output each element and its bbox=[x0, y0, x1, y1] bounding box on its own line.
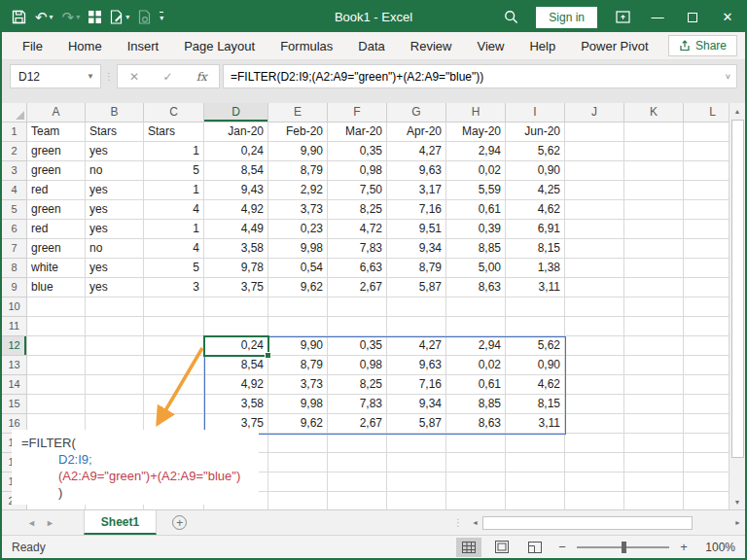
row-header-4[interactable]: 4 bbox=[2, 181, 27, 200]
zoom-level[interactable]: 100% bbox=[698, 541, 735, 554]
cell-K13[interactable] bbox=[624, 356, 684, 375]
cell-K16[interactable] bbox=[624, 414, 684, 434]
cell-I14[interactable]: 4,62 bbox=[506, 375, 565, 395]
cell-D5[interactable]: 4,92 bbox=[204, 200, 268, 220]
cell-K10[interactable] bbox=[624, 298, 684, 317]
cell-G3[interactable]: 9,63 bbox=[387, 161, 446, 181]
cell-F12[interactable]: 0,35 bbox=[328, 336, 387, 356]
sign-in-button[interactable]: Sign in bbox=[536, 7, 597, 28]
cell-C4[interactable]: 1 bbox=[144, 181, 204, 200]
cell-F6[interactable]: 4,72 bbox=[328, 220, 387, 239]
cell-D4[interactable]: 9,43 bbox=[204, 181, 268, 200]
cell-E12[interactable]: 9,90 bbox=[268, 336, 328, 356]
cell-B8[interactable]: yes bbox=[86, 259, 144, 278]
cell-I10[interactable] bbox=[506, 298, 565, 317]
cell-H3[interactable]: 0,02 bbox=[446, 161, 506, 181]
cell-F11[interactable] bbox=[328, 317, 387, 336]
cell-G2[interactable]: 4,27 bbox=[387, 142, 446, 161]
cell-B13[interactable] bbox=[86, 356, 144, 375]
row-header-14[interactable]: 14 bbox=[2, 375, 27, 395]
select-all-corner[interactable] bbox=[2, 103, 27, 122]
cell-D13[interactable]: 8,54 bbox=[204, 356, 268, 375]
cell-K11[interactable] bbox=[624, 317, 684, 336]
cell-L10[interactable] bbox=[684, 298, 729, 317]
maximize-button[interactable] bbox=[675, 2, 710, 32]
cell-L20[interactable] bbox=[684, 492, 729, 509]
column-header-C[interactable]: C bbox=[144, 103, 204, 122]
grid-icon[interactable] bbox=[89, 8, 101, 27]
cell-H2[interactable]: 2,94 bbox=[446, 142, 506, 161]
row-header-5[interactable]: 5 bbox=[2, 200, 27, 220]
cell-G10[interactable] bbox=[387, 298, 446, 317]
cell-L6[interactable] bbox=[684, 220, 729, 239]
cell-H10[interactable] bbox=[446, 298, 506, 317]
cell-H15[interactable]: 8,85 bbox=[446, 395, 506, 414]
cell-D14[interactable]: 4,92 bbox=[204, 375, 268, 395]
cell-D6[interactable]: 4,49 bbox=[204, 220, 268, 239]
cell-E13[interactable]: 8,79 bbox=[268, 356, 328, 375]
cell-K5[interactable] bbox=[624, 200, 684, 220]
name-box[interactable]: D12 ▼ bbox=[10, 64, 101, 88]
cell-I6[interactable]: 6,91 bbox=[506, 220, 565, 239]
row-header-11[interactable]: 11 bbox=[2, 317, 27, 336]
cell-I5[interactable]: 4,62 bbox=[506, 200, 565, 220]
column-header-B[interactable]: B bbox=[86, 103, 144, 122]
cell-F3[interactable]: 0,98 bbox=[328, 161, 387, 181]
cell-C8[interactable]: 5 bbox=[144, 259, 204, 278]
ribbon-tab-formulas[interactable]: Formulas bbox=[267, 34, 345, 58]
cell-A4[interactable]: red bbox=[27, 181, 86, 200]
cell-D1[interactable]: Jan-20 bbox=[204, 122, 268, 142]
cell-J11[interactable] bbox=[565, 317, 624, 336]
cell-H13[interactable]: 0,02 bbox=[446, 356, 506, 375]
cell-I2[interactable]: 5,62 bbox=[506, 142, 565, 161]
zoom-in-button[interactable]: + bbox=[677, 540, 691, 554]
cell-C11[interactable] bbox=[144, 317, 204, 336]
cell-H11[interactable] bbox=[446, 317, 506, 336]
tab-split-grip[interactable]: ⋮ bbox=[447, 517, 468, 528]
cell-B11[interactable] bbox=[86, 317, 144, 336]
cell-F4[interactable]: 7,50 bbox=[328, 181, 387, 200]
cell-L15[interactable] bbox=[684, 395, 729, 414]
cell-I12[interactable]: 5,62 bbox=[506, 336, 565, 356]
cell-L4[interactable] bbox=[684, 181, 729, 200]
formula-bar-grip[interactable]: ⋮ bbox=[101, 64, 117, 88]
cell-D7[interactable]: 3,58 bbox=[204, 239, 268, 259]
cell-I9[interactable]: 3,11 bbox=[506, 278, 565, 298]
cell-I11[interactable] bbox=[506, 317, 565, 336]
column-header-D[interactable]: D bbox=[204, 103, 268, 122]
cell-L3[interactable] bbox=[684, 161, 729, 181]
cell-K18[interactable] bbox=[624, 453, 684, 472]
page-break-preview-icon[interactable] bbox=[522, 538, 548, 557]
cell-H4[interactable]: 5,59 bbox=[446, 181, 506, 200]
cell-F19[interactable] bbox=[328, 472, 387, 492]
cell-B5[interactable]: yes bbox=[86, 200, 144, 220]
scroll-left-icon[interactable]: ◄ bbox=[468, 519, 482, 526]
cell-E3[interactable]: 8,79 bbox=[268, 161, 328, 181]
scroll-up-icon[interactable]: ▲ bbox=[729, 103, 745, 119]
cell-F9[interactable]: 2,67 bbox=[328, 278, 387, 298]
cell-J16[interactable] bbox=[565, 414, 624, 434]
horizontal-scrollbar[interactable]: ◄ ► bbox=[468, 514, 745, 532]
cell-A9[interactable]: blue bbox=[27, 278, 86, 298]
column-header-A[interactable]: A bbox=[27, 103, 86, 122]
ribbon-tab-help[interactable]: Help bbox=[516, 34, 568, 58]
cell-J3[interactable] bbox=[565, 161, 624, 181]
ribbon-tab-insert[interactable]: Insert bbox=[115, 34, 172, 58]
cell-A12[interactable] bbox=[27, 336, 86, 356]
scroll-down-icon[interactable]: ▼ bbox=[729, 494, 745, 509]
cell-E10[interactable] bbox=[268, 298, 328, 317]
sheet-tab-sheet1[interactable]: Sheet1 bbox=[84, 510, 157, 535]
cell-F18[interactable] bbox=[328, 453, 387, 472]
cell-I8[interactable]: 1,38 bbox=[506, 259, 565, 278]
ribbon-tab-file[interactable]: File bbox=[10, 34, 55, 58]
cell-J10[interactable] bbox=[565, 298, 624, 317]
cell-A3[interactable]: green bbox=[27, 161, 86, 181]
cell-G14[interactable]: 7,16 bbox=[387, 375, 446, 395]
cell-K2[interactable] bbox=[624, 142, 684, 161]
cell-J13[interactable] bbox=[565, 356, 624, 375]
cell-E17[interactable] bbox=[268, 434, 328, 453]
cell-B12[interactable] bbox=[86, 336, 144, 356]
cell-I18[interactable] bbox=[506, 453, 565, 472]
search-icon[interactable] bbox=[493, 2, 528, 32]
undo-dropdown-icon[interactable]: ▾ bbox=[50, 13, 53, 21]
